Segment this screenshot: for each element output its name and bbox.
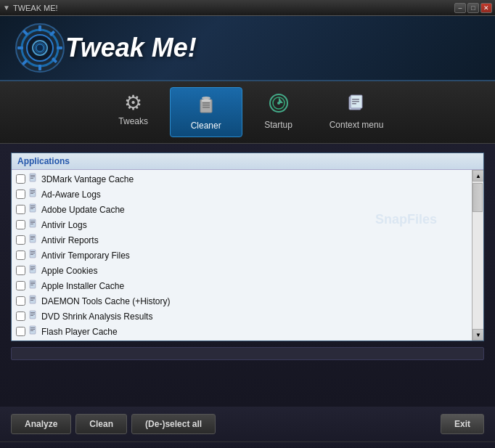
maximize-button[interactable]: □ xyxy=(467,3,479,13)
list-item[interactable]: Apple Installer Cache xyxy=(12,278,472,293)
list-item-label: DVD Shrink Analysis Results xyxy=(41,311,152,322)
tab-tweaks[interactable]: ⚙ Tweaks xyxy=(97,87,170,137)
footer: © by DiSTANTX Compatible tweaks: 157\192… xyxy=(0,441,495,448)
buttons-row: Analyze Clean (De-)select all Exit xyxy=(0,407,495,441)
svg-rect-41 xyxy=(30,208,33,209)
deselect-all-button[interactable]: (De-)select all xyxy=(131,414,216,434)
list-item-checkbox[interactable] xyxy=(16,205,25,214)
svg-rect-55 xyxy=(30,266,35,267)
exit-button[interactable]: Exit xyxy=(441,414,484,434)
list-item[interactable]: Ad-Aware Logs xyxy=(12,187,472,202)
list-item-label: DAEMON Tools Cache (+History) xyxy=(41,296,171,306)
app-header: Tweak Me! xyxy=(0,16,495,81)
list-item-file-icon xyxy=(28,325,38,338)
scroll-up-button[interactable]: ▲ xyxy=(472,170,483,182)
list-item-label: Antivir Temporary Files xyxy=(41,251,130,261)
svg-rect-31 xyxy=(30,175,35,176)
list-item-checkbox[interactable] xyxy=(16,220,25,229)
svg-rect-63 xyxy=(30,297,35,298)
list-item-label: Flash Player Cache xyxy=(41,327,118,337)
list-item[interactable]: Adobe Update Cache xyxy=(12,202,472,217)
list-item[interactable]: 3DMark Vantage Cache xyxy=(12,171,472,187)
list-item-file-icon xyxy=(28,203,38,216)
svg-rect-51 xyxy=(30,251,35,252)
list-body: 3DMark Vantage CacheAd-Aware LogsAdobe U… xyxy=(12,170,483,341)
svg-rect-57 xyxy=(30,269,33,270)
list-item-label: Apple Installer Cache xyxy=(41,281,124,291)
list-item[interactable]: DVD Shrink Analysis Results xyxy=(12,309,472,324)
list-item-checkbox[interactable] xyxy=(16,281,25,290)
svg-rect-67 xyxy=(30,312,35,313)
svg-rect-70 xyxy=(30,326,36,334)
main-content: SnapFiles Applications 3DMark Vantage Ca… xyxy=(0,144,495,407)
svg-rect-17 xyxy=(202,102,210,104)
tab-tweaks-label: Tweaks xyxy=(118,116,148,126)
svg-rect-58 xyxy=(30,280,36,288)
list-item-file-icon xyxy=(28,234,38,246)
list-item-checkbox[interactable] xyxy=(16,266,25,275)
svg-rect-42 xyxy=(30,219,36,227)
list-item-checkbox[interactable] xyxy=(16,296,25,306)
list-item-checkbox[interactable] xyxy=(16,327,25,336)
list-item[interactable]: Antivir Reports xyxy=(12,232,472,248)
app-logo-icon xyxy=(15,23,65,73)
svg-rect-27 xyxy=(352,101,359,102)
close-button[interactable]: ✕ xyxy=(480,3,492,13)
svg-rect-35 xyxy=(30,190,35,191)
tab-startup-label: Startup xyxy=(264,120,292,130)
progress-bar-container xyxy=(11,347,484,360)
svg-rect-32 xyxy=(30,176,35,177)
list-item-checkbox[interactable] xyxy=(16,235,25,245)
list-item[interactable]: Apple Cookies xyxy=(12,263,472,278)
list-item[interactable]: Flash Player Cache xyxy=(12,324,472,339)
svg-rect-52 xyxy=(30,253,35,253)
title-bar: ▼ TWEAK ME! – □ ✕ xyxy=(0,0,495,16)
tab-context-menu-label: Context menu xyxy=(330,120,384,130)
svg-rect-47 xyxy=(30,236,35,237)
list-item[interactable]: Antivir Logs xyxy=(12,217,472,232)
analyze-button[interactable]: Analyze xyxy=(11,414,71,434)
list-item-file-icon xyxy=(28,295,38,307)
svg-rect-19 xyxy=(202,107,210,108)
minimize-button[interactable]: – xyxy=(454,3,466,13)
tab-cleaner[interactable]: Cleaner xyxy=(170,87,242,137)
svg-point-16 xyxy=(202,97,210,99)
svg-point-13 xyxy=(36,44,44,52)
tab-startup[interactable]: Startup xyxy=(242,87,315,137)
svg-rect-37 xyxy=(30,193,33,194)
svg-rect-48 xyxy=(30,237,35,238)
list-item[interactable]: Antivir Temporary Files xyxy=(12,248,472,263)
svg-rect-60 xyxy=(30,283,35,284)
list-scrollbar[interactable]: ▲ ▼ xyxy=(472,170,483,341)
list-item-checkbox[interactable] xyxy=(16,311,25,321)
list-item[interactable]: DAEMON Tools Cache (+History) xyxy=(12,293,472,309)
nav-tabs: ⚙ Tweaks Cleaner Startup xyxy=(0,81,495,144)
scrollbar-thumb[interactable] xyxy=(472,183,483,212)
tab-context-menu[interactable]: Context menu xyxy=(315,87,398,137)
list-item[interactable]: Flash Player Cookies xyxy=(12,339,472,341)
list-item-file-icon xyxy=(28,249,38,261)
svg-rect-49 xyxy=(30,239,33,240)
list-item-checkbox[interactable] xyxy=(16,190,25,199)
svg-rect-71 xyxy=(30,327,35,328)
applications-list-container: Applications 3DMark Vantage CacheAd-Awar… xyxy=(11,152,484,341)
svg-rect-65 xyxy=(30,300,33,301)
svg-rect-44 xyxy=(30,222,35,223)
list-item-checkbox[interactable] xyxy=(16,174,25,184)
list-item-label: Antivir Reports xyxy=(41,235,99,245)
svg-rect-33 xyxy=(30,178,33,179)
clean-button[interactable]: Clean xyxy=(75,414,127,434)
scroll-down-button[interactable]: ▼ xyxy=(472,329,483,341)
svg-rect-36 xyxy=(30,192,35,192)
tab-cleaner-label: Cleaner xyxy=(191,121,221,131)
scrollbar-track[interactable] xyxy=(472,182,483,329)
list-item-label: Antivir Logs xyxy=(41,220,87,230)
list-items[interactable]: 3DMark Vantage CacheAd-Aware LogsAdobe U… xyxy=(12,170,472,341)
list-item-file-icon xyxy=(28,188,38,200)
list-item-label: Adobe Update Cache xyxy=(41,205,125,215)
svg-rect-54 xyxy=(30,265,36,273)
svg-rect-61 xyxy=(30,285,33,285)
list-item-checkbox[interactable] xyxy=(16,251,25,260)
list-item-label: 3DMark Vantage Cache xyxy=(41,174,134,184)
title-bar-controls: – □ ✕ xyxy=(454,3,492,13)
